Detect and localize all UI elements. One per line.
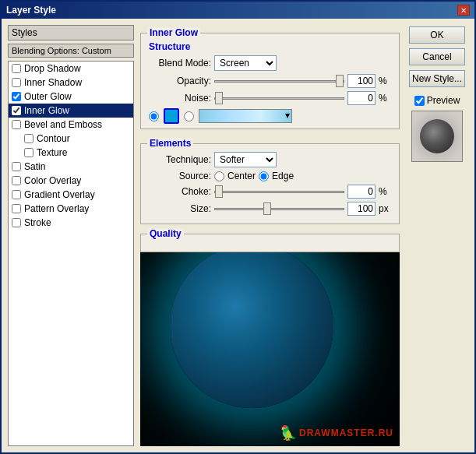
choke-unit: % (379, 186, 391, 197)
pattern-overlay-checkbox[interactable] (12, 204, 21, 213)
watermark: 🦜 DRAWMASTER.RU (280, 424, 393, 442)
preview-checkbox[interactable] (414, 96, 425, 106)
contour-checkbox[interactable] (24, 134, 33, 143)
structure-title: Structure (149, 41, 391, 52)
noise-row: Noise: % (149, 91, 391, 105)
radio-gradient-input[interactable] (184, 111, 194, 121)
source-edge-label: Edge (272, 171, 294, 181)
size-input[interactable] (347, 202, 376, 216)
title-bar: Layer Style ✕ (2, 2, 474, 19)
source-row: Source: Center Edge (149, 171, 391, 181)
color-swatch[interactable] (164, 108, 179, 124)
inner-glow-label: Inner Glow (24, 105, 69, 116)
opacity-row: Opacity: % (149, 74, 391, 88)
bottom-section: Quality 🦜 DRAWMASTER.RU (140, 234, 400, 446)
elements-section: Elements Technique: Softer Precise Sourc… (140, 143, 400, 224)
contour-label: Contour (37, 133, 70, 144)
new-style-button[interactable]: New Style... (409, 70, 465, 87)
inner-glow-checkbox[interactable] (12, 106, 21, 115)
choke-slider-container (214, 191, 344, 193)
inner-shadow-checkbox[interactable] (12, 78, 21, 87)
sidebar-item-pattern-overlay[interactable]: Pattern Overlay (9, 202, 133, 216)
structure-section: Inner Glow Structure Blend Mode: Screen … (140, 33, 400, 129)
drop-shadow-checkbox[interactable] (12, 64, 21, 73)
noise-input[interactable] (347, 91, 376, 105)
watermark-text: DRAWMASTER.RU (299, 428, 393, 438)
bevel-emboss-label: Bevel and Emboss (24, 119, 102, 130)
inner-shadow-label: Inner Shadow (24, 77, 82, 88)
texture-label: Texture (37, 147, 67, 158)
sidebar-item-drop-shadow[interactable]: Drop Shadow (9, 62, 133, 76)
opacity-input[interactable] (347, 74, 376, 88)
close-button[interactable]: ✕ (457, 5, 470, 16)
size-label: Size: (149, 203, 211, 214)
source-edge-group: Edge (259, 171, 294, 181)
technique-row: Technique: Softer Precise (149, 152, 391, 167)
preview-label: Preview (427, 95, 460, 106)
blending-options-label: Blending Options: Custom (8, 44, 134, 58)
color-overlay-checkbox[interactable] (12, 176, 21, 185)
sidebar-item-stroke[interactable]: Stroke (9, 216, 133, 230)
sidebar-item-bevel-emboss[interactable]: Bevel and Emboss (9, 118, 133, 132)
source-label: Source: (149, 171, 211, 181)
quality-section: Quality (140, 234, 400, 252)
choke-slider[interactable] (214, 191, 344, 193)
sidebar-item-inner-glow[interactable]: Inner Glow (9, 104, 133, 118)
gradient-bar[interactable] (199, 109, 292, 123)
opacity-slider-container (214, 80, 344, 83)
sidebar-item-color-overlay[interactable]: Color Overlay (9, 174, 133, 188)
blend-mode-select[interactable]: Screen Normal Multiply Overlay (214, 55, 277, 71)
pattern-overlay-label: Pattern Overlay (24, 203, 89, 214)
technique-select[interactable]: Softer Precise (214, 152, 277, 167)
choke-row: Choke: % (149, 185, 391, 199)
opacity-unit: % (379, 76, 391, 86)
sidebar-item-outer-glow[interactable]: Outer Glow (9, 90, 133, 104)
bevel-emboss-checkbox[interactable] (12, 120, 21, 129)
preview-label-row: Preview (414, 95, 460, 106)
sidebar-item-gradient-overlay[interactable]: Gradient Overlay (9, 188, 133, 202)
choke-input[interactable] (347, 185, 376, 199)
radio-gradient (184, 111, 194, 121)
size-unit: px (379, 203, 391, 214)
source-center-label: Center (227, 171, 256, 181)
choke-label: Choke: (149, 186, 211, 197)
drop-shadow-label: Drop Shadow (24, 63, 81, 74)
gradient-overlay-label: Gradient Overlay (24, 189, 95, 200)
source-edge-radio[interactable] (259, 171, 269, 181)
layer-style-dialog: Layer Style ✕ Styles Blending Options: C… (0, 0, 476, 454)
sidebar-item-contour[interactable]: Contour (9, 132, 133, 146)
sidebar-item-texture[interactable]: Texture (9, 146, 133, 160)
preview-canvas: 🦜 DRAWMASTER.RU (140, 252, 400, 446)
size-row: Size: px (149, 202, 391, 216)
outer-glow-checkbox[interactable] (12, 92, 21, 101)
sidebar-item-satin[interactable]: Satin (9, 160, 133, 174)
stroke-label: Stroke (24, 217, 51, 228)
source-center-group: Center (214, 171, 256, 181)
right-panel: OK Cancel New Style... Preview (406, 25, 468, 446)
noise-slider-container (214, 97, 344, 100)
cancel-button[interactable]: Cancel (409, 48, 465, 65)
technique-label: Technique: (149, 154, 211, 165)
noise-label: Noise: (149, 93, 211, 104)
radio-solid-input[interactable] (149, 111, 159, 121)
left-panel: Styles Blending Options: Custom Drop Sha… (8, 25, 134, 446)
ok-button[interactable]: OK (409, 26, 465, 44)
source-center-radio[interactable] (214, 171, 224, 181)
elements-title: Elements (147, 138, 193, 149)
color-row (149, 108, 391, 124)
noise-slider[interactable] (214, 97, 344, 100)
texture-checkbox[interactable] (24, 148, 33, 157)
inner-glow-title: Inner Glow (147, 27, 200, 38)
parrot-icon: 🦜 (280, 424, 297, 442)
stroke-checkbox[interactable] (12, 218, 21, 227)
size-slider[interactable] (214, 208, 344, 210)
gradient-overlay-checkbox[interactable] (12, 190, 21, 199)
sidebar-item-inner-shadow[interactable]: Inner Shadow (9, 76, 133, 90)
blend-mode-row: Blend Mode: Screen Normal Multiply Overl… (149, 55, 391, 71)
dialog-title: Layer Style (6, 5, 56, 16)
styles-label: Styles (8, 25, 134, 40)
opacity-slider[interactable] (214, 80, 344, 83)
satin-label: Satin (24, 161, 45, 172)
blend-mode-label: Blend Mode: (149, 58, 211, 69)
satin-checkbox[interactable] (12, 162, 21, 171)
